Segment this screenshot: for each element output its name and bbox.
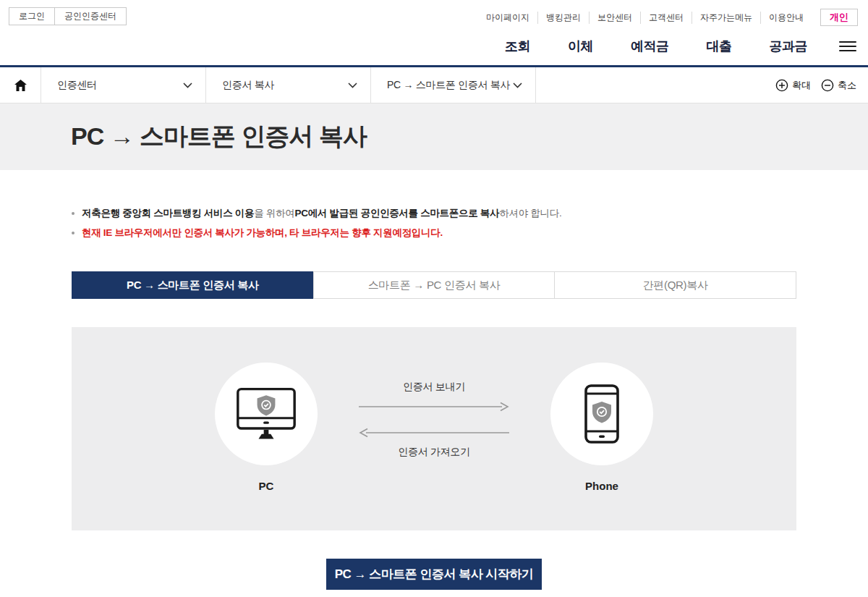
content: 저축은행 중앙회 스마트뱅킹 서비스 이용을 위하여PC에서 발급된 공인인증서…	[72, 203, 796, 590]
breadcrumb-select-2-label: 인증서 복사	[222, 79, 274, 92]
send-certificate-label: 인증서 보내기	[403, 381, 465, 394]
certificate-copy-diagram: PC 인증서 보내기 인증서 가져오기	[72, 327, 796, 530]
page-title: PC → 스마트폰 인증서 복사	[71, 120, 367, 153]
nav-item-inquiry[interactable]: 조회	[505, 38, 530, 55]
nav-item-utility-bill[interactable]: 공과금	[770, 38, 808, 55]
pc-node: PC	[215, 363, 318, 492]
home-icon	[14, 80, 27, 91]
notice-item-warning: 현재 IE 브라우저에서만 인증서 복사가 가능하며, 타 브라우저는 향후 지…	[72, 223, 796, 242]
breadcrumb-select-1[interactable]: 인증센터	[41, 67, 206, 103]
zoom-in-button[interactable]: 확대	[775, 79, 811, 92]
breadcrumb-select-1-label: 인증센터	[57, 79, 97, 92]
title-band: PC → 스마트폰 인증서 복사	[0, 103, 868, 170]
transfer-arrows: 인증서 보내기 인증서 가져오기	[357, 381, 511, 459]
zoom-out-label: 축소	[838, 79, 856, 92]
arrow-right-icon	[357, 402, 511, 412]
tab-qr-copy[interactable]: 간편(QR)복사	[554, 271, 796, 299]
start-copy-button[interactable]: PC → 스마트폰 인증서 복사 시작하기	[326, 559, 542, 590]
nav-item-transfer[interactable]: 이체	[568, 38, 593, 55]
hamburger-menu-icon[interactable]	[839, 41, 856, 52]
notice-text: 저축은행 중앙회 스마트뱅킹 서비스 이용	[82, 208, 254, 219]
pc-icon-circle	[215, 363, 318, 465]
chevron-down-icon	[513, 82, 522, 88]
utility-link-favorites[interactable]: 자주가는메뉴	[692, 12, 760, 24]
home-button[interactable]	[0, 67, 41, 103]
phone-icon	[583, 383, 621, 445]
chevron-down-icon	[348, 82, 357, 88]
zoom-out-icon	[821, 79, 834, 92]
user-type-badge[interactable]: 개인	[820, 9, 858, 26]
header: 로그인 공인인증센터 마이페이지 뱅킹관리 보안센터 고객센터 자주가는메뉴 이…	[0, 0, 868, 65]
phone-label: Phone	[585, 480, 618, 492]
utility-link-security[interactable]: 보안센터	[589, 12, 640, 24]
text-zoom-controls: 확대 축소	[765, 67, 868, 103]
tab-phone-to-pc[interactable]: 스마트폰 → PC 인증서 복사	[313, 271, 556, 299]
nav-item-deposit[interactable]: 예적금	[631, 38, 669, 55]
zoom-in-label: 확대	[792, 79, 811, 92]
chevron-down-icon	[183, 82, 192, 88]
notice-list: 저축은행 중앙회 스마트뱅킹 서비스 이용을 위하여PC에서 발급된 공인인증서…	[72, 203, 796, 242]
arrow-left-icon	[357, 428, 511, 438]
main-nav: 조회 이체 예적금 대출 공과금	[467, 38, 856, 55]
nav-item-loan[interactable]: 대출	[707, 38, 732, 55]
cert-center-button[interactable]: 공인인증센터	[54, 7, 127, 25]
pc-monitor-icon	[235, 386, 297, 442]
zoom-in-icon	[775, 79, 788, 92]
utility-link-banking[interactable]: 뱅킹관리	[537, 12, 589, 24]
breadcrumb-select-3-label: PC → 스마트폰 인증서 복사	[387, 79, 510, 92]
tab-bar: PC → 스마트폰 인증서 복사 스마트폰 → PC 인증서 복사 간편(QR)…	[72, 271, 796, 299]
breadcrumb-select-2[interactable]: 인증서 복사	[206, 67, 371, 103]
notice-item: 저축은행 중앙회 스마트뱅킹 서비스 이용을 위하여PC에서 발급된 공인인증서…	[72, 203, 796, 223]
notice-text: 을 위하여	[254, 208, 294, 219]
phone-icon-circle	[550, 363, 653, 465]
utility-button-group: 로그인 공인인증센터	[9, 7, 127, 25]
breadcrumb: 인증센터 인증서 복사 PC → 스마트폰 인증서 복사 확대 축소	[0, 65, 868, 103]
breadcrumb-select-3[interactable]: PC → 스마트폰 인증서 복사	[371, 67, 536, 103]
login-button[interactable]: 로그인	[9, 7, 55, 25]
pc-label: PC	[259, 480, 274, 492]
phone-node: Phone	[550, 363, 653, 492]
get-certificate-label: 인증서 가져오기	[398, 446, 470, 459]
tab-pc-to-phone[interactable]: PC → 스마트폰 인증서 복사	[72, 271, 314, 299]
notice-text: 하셔야 합니다.	[499, 208, 561, 219]
zoom-out-button[interactable]: 축소	[821, 79, 856, 92]
utility-links: 마이페이지 뱅킹관리 보안센터 고객센터 자주가는메뉴 이용안내 개인	[478, 9, 858, 26]
notice-text: PC에서 발급된 공인인증서를 스마트폰으로 복사	[294, 208, 499, 219]
utility-link-mypage[interactable]: 마이페이지	[478, 12, 537, 24]
utility-link-customer[interactable]: 고객센터	[640, 12, 692, 24]
utility-link-guide[interactable]: 이용안내	[760, 12, 812, 24]
page: 로그인 공인인증센터 마이페이지 뱅킹관리 보안센터 고객센터 자주가는메뉴 이…	[0, 0, 868, 597]
